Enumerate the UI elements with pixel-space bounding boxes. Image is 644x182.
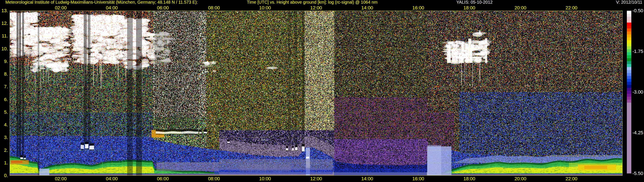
x-tick-top-02:00: 02:00 bbox=[55, 5, 66, 10]
x-tick-top-04:00: 04:00 bbox=[106, 5, 118, 10]
y-tick-8.: 8. bbox=[4, 72, 8, 77]
y-tick-11.: 11. bbox=[2, 34, 8, 38]
colorbar-tick--0.50: -0.50 bbox=[632, 8, 643, 13]
y-tick-12.: 12. bbox=[1, 21, 8, 26]
x-tick-bottom-14:00: 14:00 bbox=[361, 177, 373, 181]
x-tick-bottom-08:00: 08:00 bbox=[208, 177, 220, 181]
colorbar-tick--4.25: -4.25 bbox=[632, 130, 643, 135]
colorbar-tick--1.75: -1.75 bbox=[632, 49, 643, 54]
institute-title: Meteorological Institute of Ludwig-Maxim… bbox=[5, 0, 198, 4]
x-tick-top-20:00: 20:00 bbox=[514, 5, 526, 10]
y-tick-13.: 13. bbox=[1, 8, 8, 13]
y-tick-2.: 2. bbox=[4, 148, 8, 153]
lidar-quicklook-page: Meteorological Institute of Ludwig-Maxim… bbox=[0, 0, 644, 182]
y-tick-5.: 5. bbox=[4, 110, 8, 114]
y-tick-9.: 9. bbox=[4, 59, 8, 64]
x-tick-top-22:00: 22:00 bbox=[566, 5, 578, 10]
y-tick-7.: 7. bbox=[4, 84, 8, 89]
version-label: V: 2012/10/11 bbox=[616, 0, 642, 4]
x-tick-bottom-02:00: 02:00 bbox=[55, 177, 66, 181]
x-tick-bottom-04:00: 04:00 bbox=[106, 177, 118, 181]
x-tick-bottom-12:00: 12:00 bbox=[310, 177, 322, 181]
lidar-heatmap-canvas bbox=[10, 11, 622, 176]
x-tick-bottom-20:00: 20:00 bbox=[514, 177, 526, 181]
y-tick-6.: 6. bbox=[4, 97, 8, 102]
x-tick-top-16:00: 16:00 bbox=[412, 5, 424, 10]
colorbar-tick--3.00: -3.00 bbox=[632, 90, 643, 94]
x-tick-top-14:00: 14:00 bbox=[361, 5, 373, 10]
x-tick-top-06:00: 06:00 bbox=[157, 5, 169, 10]
plot-title: Time [UTC] vs. Height above ground [km]:… bbox=[247, 0, 378, 4]
x-tick-top-18:00: 18:00 bbox=[464, 5, 475, 10]
y-axis: 13.12.11.10.9.8.7.6.5.4.3.2.1.0. bbox=[0, 0, 9, 182]
x-tick-bottom-22:00: 22:00 bbox=[566, 177, 578, 181]
y-tick-3.: 3. bbox=[4, 135, 8, 140]
x-tick-bottom-10:00: 10:00 bbox=[259, 177, 271, 181]
y-tick-1.: 1. bbox=[4, 161, 8, 165]
colorbar bbox=[627, 11, 631, 174]
colorbar-labels: -0.50-1.75-3.00-4.25-5.50 bbox=[632, 11, 644, 174]
y-tick-4.: 4. bbox=[4, 122, 8, 127]
x-tick-bottom-06:00: 06:00 bbox=[157, 177, 169, 181]
instrument-date-label: YALIS: 05-10-2012 bbox=[456, 0, 493, 4]
colorbar-tick--5.50: -5.50 bbox=[632, 171, 643, 176]
y-tick-0.: 0. bbox=[4, 173, 8, 178]
x-tick-top-10:00: 10:00 bbox=[259, 5, 271, 10]
x-tick-bottom-16:00: 16:00 bbox=[412, 177, 424, 181]
x-tick-bottom-18:00: 18:00 bbox=[464, 177, 475, 181]
x-tick-top-12:00: 12:00 bbox=[310, 5, 322, 10]
y-tick-10.: 10. bbox=[1, 46, 8, 51]
x-tick-top-08:00: 08:00 bbox=[208, 5, 220, 10]
